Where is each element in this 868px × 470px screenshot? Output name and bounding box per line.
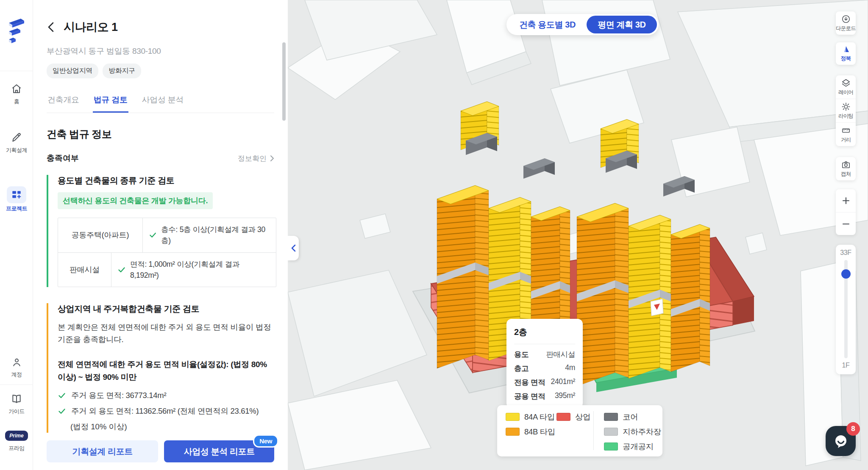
toggle-usage-3d[interactable]: 건축 용도별 3D (508, 16, 587, 33)
criteria-text: 층수: 5층 이상(기획설계 결과 30층) (161, 224, 270, 246)
check-item: 주거 외 용도 면적: 11362.56m² (전체 연면적의 23.61%) (58, 406, 274, 417)
north-compass-icon (841, 45, 851, 54)
rail-divider (0, 71, 33, 71)
lighting-button[interactable]: 라이팅 (836, 99, 856, 122)
zoom-out-button[interactable] (836, 212, 856, 235)
floor-slider-track[interactable] (844, 260, 848, 358)
legend-divider (593, 411, 594, 450)
user-icon (0, 355, 33, 369)
back-icon[interactable] (47, 22, 56, 33)
legend-label: 코어 (623, 412, 638, 422)
use-type-review-section: 용도별 건축물의 종류 기준 검토 선택하신 용도의 건축물은 개발 가능합니다… (47, 175, 274, 287)
zoom-in-button[interactable] (836, 189, 856, 212)
feasibility-report-label: 사업성 분석 리포트 (184, 446, 255, 457)
floor-slider-knob[interactable] (841, 269, 851, 279)
sidebar-item-label: 홈 (0, 98, 33, 105)
zoom-card (836, 189, 856, 235)
legend-swatch-84a (506, 413, 520, 421)
check-text: 주거 외 용도 면적: 11362.56m² (전체 연면적의 23.61%) (71, 406, 259, 417)
use-name-cell: 공동주택(아파트) (58, 218, 143, 252)
tooltip-row: 층고 4m (514, 363, 575, 373)
rail-divider (0, 384, 33, 385)
legend-label: 지하주차장 (623, 426, 661, 437)
sidebar-item-label: 프라임 (0, 445, 33, 452)
chevron-left-icon (291, 244, 296, 252)
sidebar-item-prime[interactable]: Prime 프라임 (0, 429, 33, 452)
legend-item-openspace: 공개공지 (604, 441, 654, 452)
download-button[interactable]: 다운로드 (836, 11, 856, 35)
mixed-review-desc: 본 계획안은 전체 연면적에 대한 주거 외 용도 면적 비율이 법정기준을 충… (58, 321, 274, 346)
true-north-button[interactable]: 정북 (836, 42, 856, 65)
tooltip-row: 전용 면적 2401m² (514, 377, 575, 387)
distance-button[interactable]: 거리 (836, 122, 856, 146)
layers-button[interactable]: 레이어 (836, 75, 856, 99)
tab-overview[interactable]: 건축개요 (47, 89, 80, 113)
district-chip: 방화지구 (103, 64, 141, 78)
capture-card: 캡쳐 (836, 157, 856, 180)
view-mode-toggle: 건축 용도별 3D 평면 계획 3D (506, 14, 659, 35)
map-3d-view[interactable]: 건축 용도별 3D 평면 계획 3D 다운로드 정북 (288, 0, 868, 470)
toggle-plan-3d[interactable]: 평면 계획 3D (587, 16, 657, 33)
check-icon (58, 407, 66, 415)
capture-button[interactable]: 캡쳐 (836, 157, 856, 180)
new-badge: New (253, 434, 278, 448)
left-rail: 홈 기획설계 프로젝트 계정 가이드 (0, 0, 33, 470)
app-logo-icon[interactable] (6, 17, 27, 47)
download-icon (841, 14, 851, 24)
check-text: 주거 용도 면적: 36773.14m² (71, 390, 166, 401)
sidebar-item-label: 가이드 (0, 408, 33, 415)
floor-max-label: 33F (840, 249, 851, 257)
layers-icon (841, 78, 851, 88)
sidebar-item-planning[interactable]: 기획설계 (0, 130, 33, 154)
ruler-icon (841, 126, 851, 135)
unit-legend: 84A 타입 상업 84B 타입 코어 지하주차장 공개공지 (497, 405, 662, 456)
legend-label: 84A 타입 (524, 412, 555, 422)
minus-icon (842, 220, 850, 228)
sidebar-item-label: 계정 (0, 371, 33, 379)
entrance-marker (651, 299, 663, 316)
site-address: 부산광역시 동구 범일동 830-100 (47, 46, 274, 57)
book-icon (0, 392, 33, 406)
legend-swatch-parking (604, 428, 618, 436)
tooltip-value: 395m² (555, 391, 575, 401)
criteria-cell: 면적: 1,000m² 이상(기획설계 결과 8,192m²) (111, 253, 276, 287)
sidebar-item-home[interactable]: 홈 (0, 82, 33, 105)
download-card: 다운로드 (836, 11, 856, 35)
legend-item-commercial: 상업 (556, 412, 590, 422)
legend-item-core: 코어 (604, 412, 638, 422)
lighting-label: 라이팅 (838, 113, 853, 120)
sidebar-item-project[interactable]: 프로젝트 (0, 186, 33, 213)
tooltip-label: 공용 면적 (514, 391, 545, 401)
ratio-title: 전체 연면적에 대한 주거 용도 면적 비율(설정값): (법정 80% 이상)… (58, 358, 274, 383)
panel-scrollbar[interactable] (282, 42, 286, 121)
info-check-link[interactable]: 정보확인 (238, 154, 274, 163)
legend-swatch-core (604, 413, 618, 421)
sidebar-item-guide[interactable]: 가이드 (0, 392, 33, 415)
info-check-label: 정보확인 (238, 154, 267, 163)
legend-label: 상업 (575, 412, 590, 422)
check-icon (58, 391, 66, 400)
plan-report-button[interactable]: 기획설계 리포트 (47, 440, 158, 462)
page-title: 시나리오 1 (64, 19, 118, 35)
zoning-chip: 일반상업지역 (47, 64, 98, 78)
criteria-cell: 층수: 5층 이상(기획설계 결과 30층) (143, 218, 276, 252)
legend-swatch-openspace (604, 442, 618, 451)
legend-label: 84B 타입 (524, 426, 555, 437)
tab-legal-review[interactable]: 법규 검토 (93, 89, 128, 113)
panel-collapse-button[interactable] (288, 236, 299, 260)
feasibility-report-button[interactable]: 사업성 분석 리포트 New (164, 440, 274, 462)
use-review-result: 선택하신 용도의 건축물은 개발 가능합니다. (58, 192, 213, 209)
tab-feasibility[interactable]: 사업성 분석 (141, 89, 184, 113)
criteria-text: 면적: 1,000m² 이상(기획설계 결과 8,192m²) (130, 259, 270, 281)
north-card: 정북 (836, 42, 856, 65)
sidebar-item-account[interactable]: 계정 (0, 355, 33, 379)
legend-swatch-84b (506, 428, 520, 436)
tooltip-value: 2401m² (551, 377, 575, 387)
table-row: 공동주택(아파트) 층수: 5층 이상(기획설계 결과 30층) (58, 218, 276, 252)
table-row: 판매시설 면적: 1,000m² 이상(기획설계 결과 8,192m²) (58, 252, 276, 287)
panel-tabs: 건축개요 법규 검토 사업성 분석 (47, 89, 274, 113)
chat-bubble-icon (833, 433, 849, 449)
chevron-right-icon (270, 155, 274, 162)
legend-swatch-commercial (556, 413, 570, 421)
floor-slider-card: 33F 1F (836, 245, 856, 374)
